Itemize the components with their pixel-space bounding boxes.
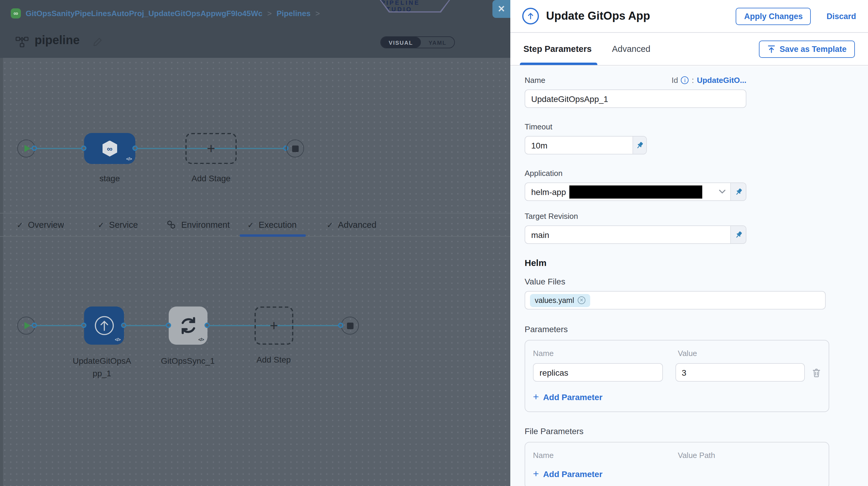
stage-label: stage xyxy=(78,174,142,183)
breadcrumb-pipelines-link[interactable]: Pipelines xyxy=(277,9,311,18)
value-file-chip-text: values.yaml xyxy=(535,296,574,304)
add-stage-button[interactable]: + xyxy=(185,133,237,164)
tab-step-parameters[interactable]: Step Parameters xyxy=(523,44,592,54)
step2-label: GitOpsSync_1 xyxy=(152,356,223,366)
check-icon: ✓ xyxy=(17,220,23,229)
connector-dot xyxy=(166,323,171,328)
value-files-input[interactable]: values.yaml ✕ xyxy=(525,291,826,309)
execution-end-node[interactable] xyxy=(341,317,359,335)
stage-tab-strip: ✓ Overview ✓ Service Environment xyxy=(0,213,510,237)
id-value-link[interactable]: UpdateGitO... xyxy=(697,76,746,85)
stop-icon xyxy=(347,322,353,329)
active-panel-tab-underline xyxy=(520,63,597,65)
tab-label: Execution xyxy=(259,220,297,230)
target-revision-label: Target Revision xyxy=(525,212,868,221)
tab-advanced[interactable]: ✓ Advanced xyxy=(327,213,376,236)
code-icon: </> xyxy=(126,156,132,161)
application-label: Application xyxy=(525,169,868,178)
pipeline-studio-region: ∞ GitOpsSanityPipeLinesAutoProj_UpdateGi… xyxy=(0,0,510,486)
tab-overview[interactable]: ✓ Overview xyxy=(17,213,64,236)
target-revision-pin-button[interactable] xyxy=(730,226,746,243)
add-file-parameter-label: Add Parameter xyxy=(543,469,602,479)
value-file-chip: values.yaml ✕ xyxy=(530,294,590,307)
tab-execution[interactable]: ✓ Execution xyxy=(247,213,297,236)
close-panel-button[interactable]: ✕ xyxy=(492,0,510,18)
connector-dot xyxy=(121,323,126,328)
delete-parameter-button[interactable] xyxy=(812,368,821,377)
timeout-pin-button[interactable] xyxy=(632,136,646,154)
pipeline-end-node[interactable] xyxy=(286,140,304,157)
breadcrumb-separator: > xyxy=(268,9,272,18)
parameters-label: Parameters xyxy=(525,325,868,334)
info-icon[interactable]: i xyxy=(681,76,689,84)
target-revision-input[interactable] xyxy=(525,226,730,243)
deploy-stage-icon: ∞ xyxy=(102,141,117,156)
step1-label-line1: UpdateGitOpsA xyxy=(66,356,138,366)
pipeline-studio-badge: PIPELINE STUDIO xyxy=(380,0,450,12)
parameter-value-input[interactable] xyxy=(675,363,805,382)
tab-environment[interactable]: Environment xyxy=(166,213,230,236)
stage-connector-line xyxy=(26,148,287,149)
check-icon: ✓ xyxy=(247,220,254,229)
value-files-label: Value Files xyxy=(525,277,868,286)
code-icon: </> xyxy=(198,337,204,342)
update-gitops-app-step-node[interactable]: </> xyxy=(84,306,124,345)
trash-icon xyxy=(812,368,821,377)
remove-chip-icon[interactable]: ✕ xyxy=(578,296,585,304)
tab-advanced[interactable]: Advanced xyxy=(612,44,650,54)
panel-title: Update GitOps App xyxy=(546,9,650,23)
parameter-name-input[interactable] xyxy=(533,363,662,382)
update-gitops-app-icon xyxy=(522,8,539,25)
pin-icon xyxy=(734,187,743,196)
play-icon xyxy=(24,145,30,152)
connector-dot xyxy=(81,323,87,328)
helm-heading: Helm xyxy=(525,257,868,268)
left-edge-strip xyxy=(0,58,3,486)
save-template-icon xyxy=(767,45,775,53)
step-config-panel: Update GitOps App Apply Changes Discard … xyxy=(510,0,868,486)
parameters-col-name: Name xyxy=(533,349,678,358)
code-icon: </> xyxy=(115,337,120,342)
timeout-input[interactable] xyxy=(525,136,632,154)
stage-node[interactable]: ∞ </> xyxy=(84,133,135,164)
connector-dot xyxy=(32,323,37,328)
connector-dot xyxy=(338,323,343,328)
chevron-down-icon xyxy=(719,190,725,194)
parameters-card: Name Value xyxy=(525,340,829,412)
application-select[interactable]: helm-app xyxy=(525,183,730,200)
redacted-value xyxy=(569,185,703,198)
name-input[interactable] xyxy=(525,89,746,108)
environment-hexagons-icon xyxy=(166,220,177,230)
add-parameter-button[interactable]: + Add Parameter xyxy=(533,391,821,403)
breadcrumb-project-link[interactable]: GitOpsSanityPipeLinesAutoProj_UpdateGitO… xyxy=(26,9,262,18)
breadcrumb-separator: > xyxy=(315,9,320,18)
save-as-template-label: Save as Template xyxy=(779,44,846,53)
toggle-yaml[interactable]: YAML xyxy=(421,37,454,48)
connector-dot xyxy=(81,146,87,151)
gitops-sync-step-node[interactable]: </> xyxy=(169,306,208,345)
target-revision-field xyxy=(525,225,746,244)
add-step-label: Add Step xyxy=(238,355,309,364)
edit-pipeline-icon[interactable] xyxy=(93,37,102,47)
tab-service[interactable]: ✓ Service xyxy=(98,213,138,236)
timeout-label: Timeout xyxy=(525,122,868,131)
upload-circle-icon xyxy=(93,315,115,336)
panel-tab-bar: Step Parameters Advanced Save as Templat… xyxy=(510,33,868,66)
application-value: helm-app xyxy=(531,187,566,196)
add-step-button[interactable]: + xyxy=(254,306,293,345)
application-pin-button[interactable] xyxy=(730,183,746,200)
toggle-visual[interactable]: VISUAL xyxy=(381,37,421,48)
connector-dot xyxy=(132,146,138,151)
active-tab-underline xyxy=(240,234,306,237)
discard-button[interactable]: Discard xyxy=(827,12,856,21)
connector-dot xyxy=(32,146,37,151)
tab-label: Overview xyxy=(28,220,64,230)
save-as-template-button[interactable]: Save as Template xyxy=(758,40,855,58)
top-bar: ∞ GitOpsSanityPipeLinesAutoProj_UpdateGi… xyxy=(0,0,510,26)
breadcrumb: ∞ GitOpsSanityPipeLinesAutoProj_UpdateGi… xyxy=(11,0,320,26)
plus-icon: + xyxy=(533,468,539,480)
apply-changes-button[interactable]: Apply Changes xyxy=(736,7,811,25)
pipeline-title-bar: pipeline VISUAL YAML xyxy=(0,26,510,58)
add-file-parameter-button[interactable]: + Add Parameter xyxy=(533,468,821,480)
tab-label: Environment xyxy=(181,220,230,230)
